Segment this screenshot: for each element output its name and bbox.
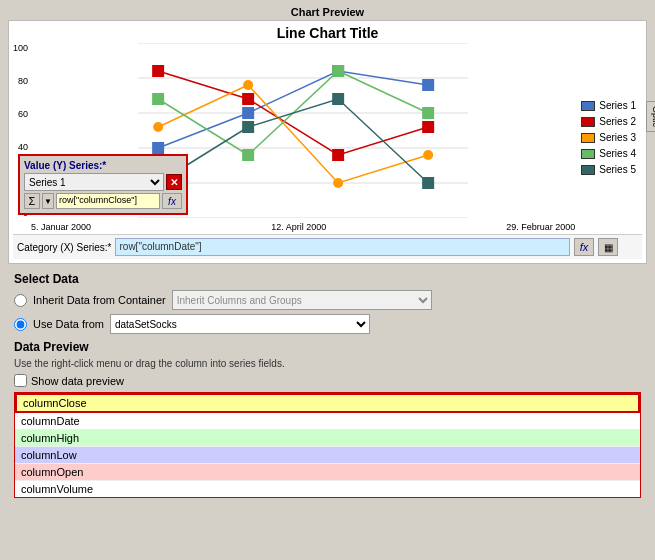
arrow-down-btn[interactable]: ▼ (42, 193, 54, 209)
legend-color-2 (581, 117, 595, 127)
use-radio[interactable] (14, 318, 27, 331)
data-table: columnClose columnDate columnHigh column… (14, 392, 641, 498)
inherit-radio-label: Inherit Data from Container (33, 294, 166, 306)
remove-series-btn[interactable]: ✕ (166, 174, 182, 190)
value-series-label: Value (Y) Series:* (24, 160, 182, 171)
inherit-select[interactable]: Inherit Columns and Groups (172, 290, 432, 310)
svg-rect-23 (242, 121, 254, 133)
main-container: Chart Preview Line Chart Title 100 80 60… (0, 0, 655, 560)
y-80: 80 (18, 76, 28, 86)
x-label-2: 12. April 2000 (271, 222, 326, 232)
bottom-panel: Select Data Inherit Data from Container … (0, 264, 655, 504)
svg-rect-12 (332, 149, 344, 161)
y-100: 100 (13, 43, 28, 53)
formula-fx-btn[interactable]: fx (162, 193, 182, 209)
category-spacer (622, 239, 638, 255)
legend-item-4: Series 4 (581, 148, 636, 159)
category-label: Category (X) Series:* (17, 242, 111, 253)
legend-color-1 (581, 101, 595, 111)
category-fx-btn[interactable]: fx (574, 238, 594, 256)
svg-rect-7 (242, 107, 254, 119)
inherit-radio-row: Inherit Data from Container Inherit Colu… (14, 290, 641, 310)
data-preview-desc: Use the right-click menu or drag the col… (14, 358, 641, 369)
sigma-btn[interactable]: Σ (24, 193, 40, 209)
select-data-title: Select Data (14, 272, 641, 286)
legend-color-3 (581, 133, 595, 143)
series-select-row: Series 1 ✕ (24, 173, 182, 191)
formula-field[interactable]: row["columnClose"] (56, 193, 160, 209)
chart-title: Line Chart Title (13, 25, 642, 41)
svg-rect-24 (332, 93, 344, 105)
svg-point-15 (243, 80, 253, 90)
svg-rect-10 (152, 65, 164, 77)
legend-color-4 (581, 149, 595, 159)
svg-rect-13 (422, 121, 434, 133)
legend-item-1: Series 1 (581, 100, 636, 111)
x-axis-labels: 5. Januar 2000 12. April 2000 29. Februa… (31, 222, 575, 232)
chart-container: Line Chart Title 100 80 60 40 20 0 (8, 20, 647, 264)
legend-item-2: Series 2 (581, 116, 636, 127)
legend-label-3: Series 3 (599, 132, 636, 143)
use-radio-label: Use Data from (33, 318, 104, 330)
chart-preview-title: Chart Preview (8, 6, 647, 18)
x-label-1: 5. Januar 2000 (31, 222, 91, 232)
legend-label-2: Series 2 (599, 116, 636, 127)
svg-point-16 (333, 178, 343, 188)
svg-rect-20 (332, 65, 344, 77)
y-40: 40 (18, 142, 28, 152)
datasource-select[interactable]: dataSetSocks (110, 314, 370, 334)
show-preview-row: Show data preview (14, 374, 641, 387)
show-preview-label: Show data preview (31, 375, 124, 387)
series-select[interactable]: Series 1 (24, 173, 164, 191)
svg-rect-18 (152, 93, 164, 105)
svg-rect-21 (422, 107, 434, 119)
data-row-columnlow[interactable]: columnLow (15, 447, 640, 464)
data-preview-title: Data Preview (14, 340, 641, 354)
value-series-panel: Value (Y) Series:* Series 1 ✕ Σ ▼ row["c… (18, 154, 188, 215)
data-row-columnopen[interactable]: columnOpen (15, 464, 640, 481)
svg-rect-9 (422, 79, 434, 91)
data-row-columnvolume[interactable]: columnVolume (15, 481, 640, 497)
x-label-3: 29. Februar 2000 (506, 222, 575, 232)
legend-label-4: Series 4 (599, 148, 636, 159)
svg-rect-6 (152, 142, 164, 154)
svg-point-14 (153, 122, 163, 132)
options-button[interactable]: Optic (646, 101, 655, 132)
svg-rect-11 (242, 93, 254, 105)
legend-label-5: Series 5 (599, 164, 636, 175)
data-row-columnclose[interactable]: columnClose (15, 393, 640, 413)
legend-label-1: Series 1 (599, 100, 636, 111)
legend-item-5: Series 5 (581, 164, 636, 175)
use-radio-row: Use Data from dataSetSocks (14, 314, 641, 334)
data-row-columndate[interactable]: columnDate (15, 413, 640, 430)
data-row-columnhigh[interactable]: columnHigh (15, 430, 640, 447)
inherit-radio[interactable] (14, 294, 27, 307)
svg-rect-25 (422, 177, 434, 189)
svg-rect-19 (242, 149, 254, 161)
legend-color-5 (581, 165, 595, 175)
category-bar: Category (X) Series:* row["columnDate"] … (13, 234, 642, 259)
legend-item-3: Series 3 (581, 132, 636, 143)
formula-row: Σ ▼ row["columnClose"] fx (24, 193, 182, 209)
category-grid-btn[interactable]: ▦ (598, 238, 618, 256)
svg-point-17 (423, 150, 433, 160)
category-field[interactable]: row["columnDate"] (115, 238, 570, 256)
y-60: 60 (18, 109, 28, 119)
chart-legend: Series 1 Series 2 Series 3 Series 4 (575, 43, 642, 232)
show-preview-checkbox[interactable] (14, 374, 27, 387)
